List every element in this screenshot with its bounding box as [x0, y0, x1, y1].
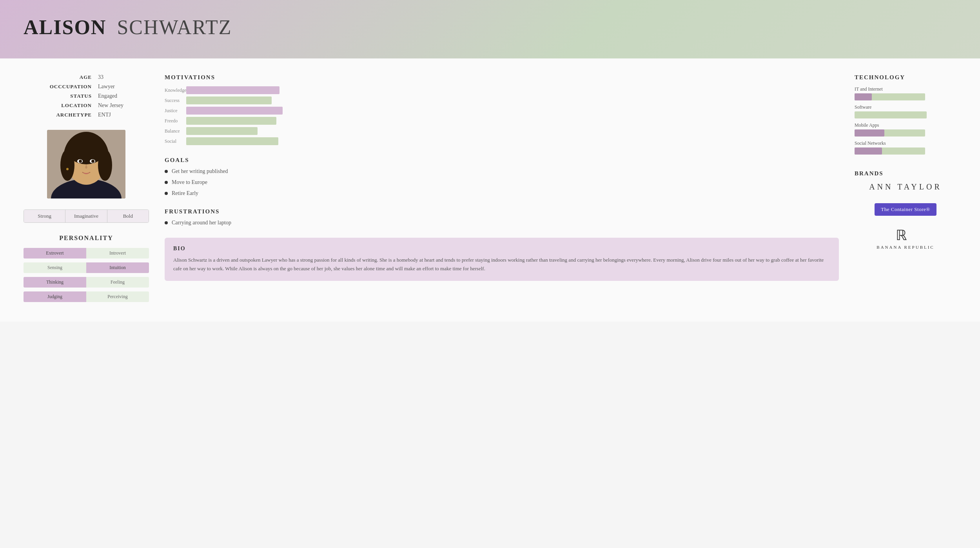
occupation-row: OCCCUPATION Lawyer — [24, 84, 149, 90]
archetype-row: ARCHETYPE ENTJ — [24, 112, 149, 118]
motivation-bar — [186, 137, 278, 145]
personality-row: Judging Perceiving — [24, 291, 149, 302]
svg-point-7 — [98, 149, 112, 181]
goal-item: Retire Early — [165, 190, 839, 197]
header: ALISON SCHWARTZ — [0, 0, 980, 58]
trait-imaginative: Imaginative — [65, 210, 107, 222]
brand-container-store: The Container Store® — [855, 203, 956, 216]
tech-label: Mobile Apps — [855, 122, 956, 128]
avatar — [47, 130, 125, 198]
tech-label: Software — [855, 104, 956, 110]
goal-item: Move to Europe — [165, 179, 839, 186]
tech-label: Social Networks — [855, 140, 956, 146]
technology-title: TECHNOLOGY — [855, 74, 956, 81]
goals-title: GOALS — [165, 157, 839, 164]
info-table: AGE 33 OCCCUPATION Lawyer STATUS Engaged… — [24, 74, 149, 118]
motivation-bar — [186, 96, 272, 104]
status-row: STATUS Engaged — [24, 93, 149, 99]
motivation-bar — [186, 127, 258, 135]
brand-banana-republic: ℝ BANANA REPUBLIC — [855, 228, 956, 249]
frustrations-title: FRUSTRATIONS — [165, 208, 839, 215]
bio-text: Alison Schwartz is a driven and outspoke… — [173, 256, 830, 273]
motivation-label: Freedo — [165, 118, 186, 124]
personality-row: Extrovert Introvert — [24, 248, 149, 259]
tech-bar-container — [855, 147, 933, 155]
goal-text: Retire Early — [172, 190, 198, 197]
motivation-bar-container — [186, 127, 839, 135]
tech-bar-container — [855, 111, 933, 118]
first-name: ALISON — [24, 16, 106, 38]
motivations-section: MOTIVATIONS Knowledge Success Justice Fr… — [165, 74, 839, 145]
pers-right: Perceiving — [86, 291, 149, 302]
goal-text: Move to Europe — [172, 179, 207, 186]
motivation-bar — [186, 86, 279, 94]
frustration-item: Carrying around her laptop — [165, 220, 839, 226]
motivation-bar-row: Justice — [165, 107, 839, 115]
tech-item: Software — [855, 104, 956, 118]
bio-title: BIO — [173, 246, 830, 252]
motivation-bar-row: Knowledge — [165, 86, 839, 94]
goals-section: GOALS Get her writing published Move to … — [165, 157, 839, 197]
goal-item: Get her writing published — [165, 168, 839, 175]
svg-point-10 — [79, 160, 82, 163]
tech-bar-purple — [855, 147, 882, 155]
location-label: LOCATION — [45, 102, 92, 109]
tech-item: IT and Internet — [855, 86, 956, 100]
tech-item: Social Networks — [855, 140, 956, 155]
frustrations-section: FRUSTRATIONS Carrying around her laptop — [165, 208, 839, 226]
motivation-bar-container — [186, 117, 839, 125]
main-content: AGE 33 OCCCUPATION Lawyer STATUS Engaged… — [0, 58, 980, 322]
personality-row: Thinking Feeling — [24, 277, 149, 288]
bullet-icon — [165, 221, 168, 224]
pers-left: Judging — [24, 291, 86, 302]
motivation-bar-container — [186, 107, 839, 115]
frustrations-list: Carrying around her laptop — [165, 220, 839, 226]
motivation-bar — [186, 117, 276, 125]
tech-item: Mobile Apps — [855, 122, 956, 137]
avatar-image — [47, 130, 125, 198]
ann-taylor-logo: ANN TAYLOR — [869, 182, 942, 191]
tech-bar-container — [855, 129, 933, 137]
motivations-title: MOTIVATIONS — [165, 74, 839, 81]
tech-bar-purple — [855, 129, 884, 137]
pers-left: Thinking — [24, 277, 86, 288]
age-value: 33 — [98, 74, 149, 80]
svg-point-11 — [91, 160, 94, 163]
status-value: Engaged — [98, 93, 149, 99]
brands-title: BRANDS — [855, 170, 956, 177]
motivation-label: Knowledge — [165, 87, 186, 93]
middle-column: MOTIVATIONS Knowledge Success Justice Fr… — [165, 74, 839, 306]
banana-republic-text: BANANA REPUBLIC — [877, 245, 934, 249]
container-store-logo: The Container Store® — [875, 203, 936, 216]
personality-title: PERSONALITY — [24, 235, 149, 242]
motivation-label: Justice — [165, 108, 186, 114]
motivation-bar-container — [186, 96, 839, 104]
location-row: LOCATION New Jersey — [24, 102, 149, 109]
motivation-bar-row: Freedo — [165, 117, 839, 125]
personality-rows: Extrovert Introvert Sensing Intuition Th… — [24, 248, 149, 302]
right-column: TECHNOLOGY IT and Internet Software Mobi… — [855, 74, 956, 306]
motivation-label: Success — [165, 98, 186, 104]
age-label: AGE — [45, 74, 92, 80]
pers-right: Feeling — [86, 277, 149, 288]
bullet-icon — [165, 192, 168, 195]
pers-right: Introvert — [86, 248, 149, 259]
bio-section: BIO Alison Schwartz is a driven and outs… — [165, 238, 839, 281]
frustration-text: Carrying around her laptop — [172, 220, 231, 226]
banana-republic-logo: ℝ BANANA REPUBLIC — [877, 228, 934, 249]
pers-right: Intuition — [86, 262, 149, 273]
goal-text: Get her writing published — [172, 168, 228, 175]
bullet-icon — [165, 181, 168, 184]
brands-section: BRANDS ANN TAYLOR The Container Store® ℝ… — [855, 170, 956, 249]
page-title: ALISON SCHWARTZ — [24, 16, 232, 39]
brand-ann-taylor: ANN TAYLOR — [855, 182, 956, 191]
tech-bar-green — [855, 111, 927, 118]
trait-bold: Bold — [107, 210, 149, 222]
trait-strong: Strong — [24, 210, 65, 222]
motivation-bar-container — [186, 86, 839, 94]
svg-text:ℝ: ℝ — [896, 228, 907, 243]
tech-bar-purple — [855, 93, 872, 100]
location-value: New Jersey — [98, 102, 149, 109]
archetype-value: ENTJ — [98, 112, 149, 118]
svg-point-6 — [60, 149, 74, 181]
